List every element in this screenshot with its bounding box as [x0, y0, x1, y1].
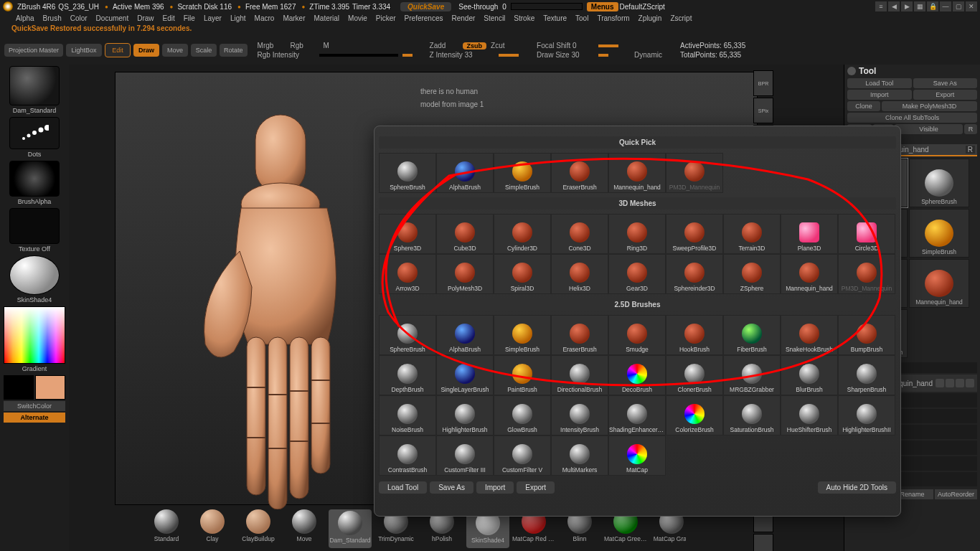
picker-import-button[interactable]: Import	[476, 481, 514, 494]
menu-tool[interactable]: Tool	[571, 13, 593, 24]
make-polymesh-button[interactable]: Make PolyMesh3D	[882, 101, 977, 111]
secondary-color[interactable]	[4, 375, 34, 400]
default-zscript[interactable]: DefaultZScript	[620, 3, 665, 11]
material-standard[interactable]: Standard	[145, 509, 188, 548]
menus-toggle[interactable]: Menus	[587, 2, 618, 11]
tool-item-paintbrush[interactable]: PaintBrush	[494, 355, 551, 395]
picker-autohide-button[interactable]: Auto Hide 2D Tools	[818, 481, 896, 494]
tool-item-sweepprofile3d[interactable]: SweepProfile3D	[666, 214, 723, 254]
subtool-eye-icon[interactable]	[966, 379, 974, 387]
maximize-icon[interactable]: ▢	[953, 1, 964, 11]
move-mode-button[interactable]: Move	[162, 44, 188, 57]
menu-layer[interactable]: Layer	[199, 13, 226, 24]
z-intensity-handle-icon[interactable]	[499, 54, 519, 57]
panel-tool-simplebrush[interactable]: SimpleBrush	[909, 209, 969, 258]
material-move[interactable]: Move	[283, 509, 326, 548]
import-button[interactable]: Import	[847, 90, 912, 100]
material-claybuildup[interactable]: ClayBuildup	[237, 509, 280, 548]
load-tool-button[interactable]: Load Tool	[847, 78, 912, 88]
clone-all-subtools-button[interactable]: Clone All SubTools	[847, 113, 977, 123]
tool-item-alphabrush[interactable]: AlphaBrush	[436, 315, 494, 355]
tool-item-glowbrush[interactable]: GlowBrush	[494, 395, 551, 435]
material-thumbnail[interactable]	[9, 255, 60, 295]
menu-movie[interactable]: Movie	[344, 13, 372, 24]
autoreorder-button[interactable]: AutoReorder	[935, 489, 977, 499]
projection-master-button[interactable]: Projection Master	[4, 44, 63, 57]
subtool-polypaint-icon[interactable]	[946, 379, 954, 387]
minimize-icon[interactable]: —	[940, 1, 951, 11]
tool-item-depthbrush[interactable]: DepthBrush	[379, 355, 436, 395]
tool-item-sphereinder3d[interactable]: Sphereinder3D	[666, 254, 723, 294]
tool-item-customfilter-v[interactable]: CustomFilter V	[494, 435, 551, 476]
tool-item-eraserbrush[interactable]: EraserBrush	[551, 315, 608, 355]
layout-next-icon[interactable]: ▶	[901, 1, 913, 11]
tool-item-eraserbrush[interactable]: EraserBrush	[551, 153, 608, 193]
tool-item-gear3d[interactable]: Gear3D	[608, 254, 666, 294]
tool-item-saturationbrush[interactable]: SaturationBrush	[723, 395, 781, 435]
subtool-visibility-icon[interactable]	[936, 379, 944, 387]
tool-item-cylinder3d[interactable]: Cylinder3D	[494, 214, 551, 254]
menu-edit[interactable]: Edit	[159, 13, 179, 24]
brush-thumbnail[interactable]	[9, 66, 60, 105]
menu-zscript[interactable]: Zscript	[666, 13, 696, 24]
tool-item-simplebrush[interactable]: SimpleBrush	[494, 153, 551, 193]
tool-item-spherebrush[interactable]: SphereBrush	[379, 315, 436, 355]
tool-item-hookbrush[interactable]: HookBrush	[666, 315, 723, 355]
switch-color-button[interactable]: SwitchColor	[4, 401, 65, 411]
draw-size-handle-icon[interactable]	[598, 54, 608, 57]
tool-item-ring3d[interactable]: Ring3D	[608, 214, 666, 254]
material-clay[interactable]: Clay	[191, 509, 234, 548]
quicksave-button[interactable]: QuickSave	[400, 2, 451, 11]
tool-item-sharpenbrush[interactable]: SharpenBrush	[838, 355, 895, 395]
texture-thumbnail[interactable]	[9, 208, 60, 244]
picker-load-tool-button[interactable]: Load Tool	[379, 481, 427, 494]
menu-brush[interactable]: Brush	[39, 13, 66, 24]
menu-color[interactable]: Color	[66, 13, 92, 24]
tool-item-decobrush[interactable]: DecoBrush	[608, 355, 666, 395]
tool-item-colorizebrush[interactable]: ColorizeBrush	[666, 395, 723, 435]
see-through-track[interactable]	[511, 3, 583, 10]
tool-item-intensitybrush[interactable]: IntensityBrush	[551, 395, 608, 435]
dynamic-toggle[interactable]: Dynamic	[634, 51, 663, 59]
rstrip-slot-17[interactable]	[753, 534, 773, 551]
tool-item-zsphere[interactable]: ZSphere	[723, 254, 781, 294]
close-icon[interactable]: ✕	[966, 1, 977, 11]
lock-icon[interactable]: 🔒	[927, 1, 938, 11]
menu-zplugin[interactable]: Zplugin	[634, 13, 666, 24]
tool-item-helix3d[interactable]: Helix3D	[551, 254, 608, 294]
menu-file[interactable]: File	[179, 13, 199, 24]
menu-stencil[interactable]: Stencil	[479, 13, 509, 24]
see-through-slider[interactable]: See-through 0	[458, 3, 583, 11]
loaded-tool-r[interactable]: R	[966, 146, 975, 154]
tool-item-multimarkers[interactable]: MultiMarkers	[551, 435, 608, 476]
menu-transform[interactable]: Transform	[593, 13, 633, 24]
tool-item-mannequin-hand[interactable]: Mannequin_hand	[608, 153, 666, 193]
menu-texture[interactable]: Texture	[539, 13, 571, 24]
focal-shift-handle-icon[interactable]	[598, 44, 618, 47]
color-picker[interactable]	[4, 306, 65, 364]
tool-item-terrain3d[interactable]: Terrain3D	[723, 214, 781, 254]
tool-item-noisebrush[interactable]: NoiseBrush	[379, 395, 436, 435]
tool-item-highlighterbrushii[interactable]: HighlighterBrushII	[838, 395, 895, 435]
tool-item-snakehookbrush[interactable]: SnakeHookBrush	[781, 315, 838, 355]
export-button[interactable]: Export	[913, 90, 978, 100]
layout-store-icon[interactable]: ▦	[914, 1, 925, 11]
tool-item-mrgbzgrabber[interactable]: MRGBZGrabber	[723, 355, 781, 395]
tool-item-shadingenhancerbrush[interactable]: ShadingEnhancerBrush	[608, 395, 666, 435]
menu-macro[interactable]: Macro	[250, 13, 279, 24]
tool-item-blurbrush[interactable]: BlurBrush	[781, 355, 838, 395]
zcut-toggle[interactable]: Zcut	[491, 42, 519, 50]
tool-item-customfilter-iii[interactable]: CustomFilter III	[436, 435, 494, 476]
tool-item-spherebrush[interactable]: SphereBrush	[379, 153, 436, 193]
tool-item-directionalbrush[interactable]: DirectionalBrush	[551, 355, 608, 395]
tool-item-plane3d[interactable]: Plane3D	[781, 214, 838, 254]
menu-stroke[interactable]: Stroke	[509, 13, 539, 24]
rotate-mode-button[interactable]: Rotate	[220, 44, 248, 57]
edit-mode-button[interactable]: Edit	[105, 43, 131, 57]
goz-visible-button[interactable]: Visible	[895, 124, 963, 134]
tool-item-simplebrush[interactable]: SimpleBrush	[494, 315, 551, 355]
menu-picker[interactable]: Picker	[372, 13, 400, 24]
tool-item-fiberbrush[interactable]: FiberBrush	[723, 315, 781, 355]
picker-export-button[interactable]: Export	[517, 481, 555, 494]
menu-document[interactable]: Document	[92, 13, 133, 24]
